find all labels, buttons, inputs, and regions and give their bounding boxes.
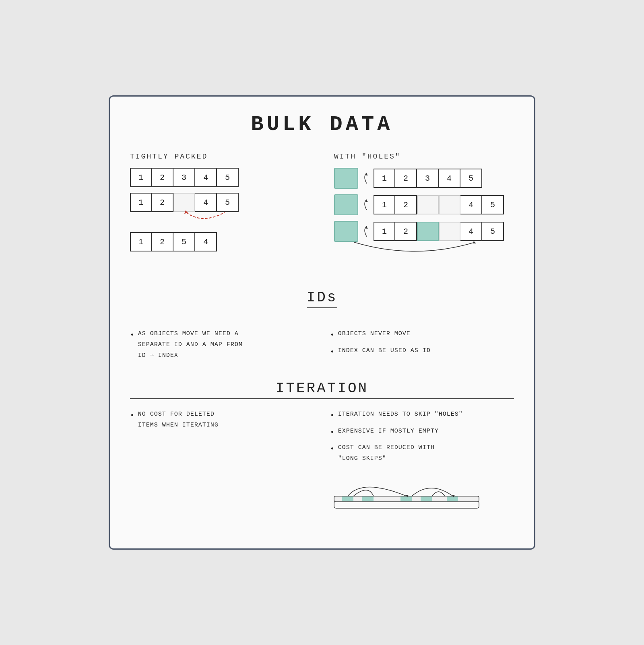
iteration-right-bullets: • ITERATION NEEDS TO SKIP "HOLES" • EXPE… bbox=[330, 409, 514, 516]
bullet-item: • INDEX CAN BE USED AS ID bbox=[330, 345, 514, 359]
cell: 2 bbox=[152, 168, 173, 187]
svg-marker-4 bbox=[473, 241, 476, 243]
tightly-packed-label: TIGHTLY PACKED bbox=[130, 152, 310, 161]
bullet-dot: • bbox=[330, 346, 335, 359]
bullet-dot: • bbox=[330, 443, 335, 455]
cell: 4 bbox=[460, 195, 482, 214]
svg-rect-9 bbox=[400, 497, 412, 501]
tightly-packed-section: TIGHTLY PACKED 1 2 3 4 5 1 2 4 5 bbox=[130, 152, 310, 257]
teal-block bbox=[334, 221, 358, 242]
bullet-item: • OBJECTS NEVER MOVE bbox=[330, 328, 514, 342]
cell: 3 bbox=[173, 168, 195, 187]
cell: 3 bbox=[417, 169, 439, 188]
cell: 1 bbox=[374, 222, 395, 241]
cell: 4 bbox=[439, 169, 460, 188]
cell: 5 bbox=[217, 168, 239, 187]
bullet-text: OBJECTS NEVER MOVE bbox=[338, 328, 411, 339]
cell: 5 bbox=[482, 222, 504, 241]
bullet-text: EXPENSIVE IF MOSTLY EMPTY bbox=[338, 426, 439, 437]
with-holes-section: WITH "HOLES" 1 2 3 4 5 bbox=[334, 152, 514, 257]
bullet-text: INDEX CAN BE USED AS ID bbox=[338, 345, 431, 356]
bullet-text: AS OBJECTS MOVE WE NEED ASEPARATE ID AND… bbox=[138, 328, 243, 361]
curve-arrow-2 bbox=[361, 199, 373, 211]
iteration-section: ITERATION • NO COST FOR DELETEDITEMS WHE… bbox=[130, 380, 514, 516]
curve-arrow-1 bbox=[361, 172, 373, 184]
bullet-text: ITERATION NEEDS TO SKIP "HOLES" bbox=[338, 409, 463, 420]
cell: 4 bbox=[195, 168, 217, 187]
ids-title: IDs bbox=[307, 289, 338, 308]
cell: 2 bbox=[395, 222, 417, 241]
cell: 1 bbox=[130, 232, 152, 251]
bullet-dot: • bbox=[330, 426, 335, 439]
svg-rect-11 bbox=[447, 497, 458, 501]
holes-row-2: 1 2 4 5 bbox=[334, 194, 514, 215]
bullet-item: • AS OBJECTS MOVE WE NEED ASEPARATE ID A… bbox=[130, 328, 314, 361]
cell: 5 bbox=[482, 195, 504, 214]
top-section: TIGHTLY PACKED 1 2 3 4 5 1 2 4 5 bbox=[130, 152, 514, 257]
bullet-item: • COST CAN BE REDUCED WITH"LONG SKIPS" bbox=[330, 442, 514, 464]
with-holes-label: WITH "HOLES" bbox=[334, 152, 514, 161]
ids-two-col: • AS OBJECTS MOVE WE NEED ASEPARATE ID A… bbox=[130, 328, 514, 364]
cell-empty bbox=[173, 193, 195, 212]
main-title: BULK DATA bbox=[130, 113, 514, 136]
cell-empty bbox=[439, 222, 460, 241]
ids-left-bullets: • AS OBJECTS MOVE WE NEED ASEPARATE ID A… bbox=[130, 328, 314, 364]
cell: 5 bbox=[173, 232, 195, 251]
whiteboard: BULK DATA TIGHTLY PACKED 1 2 3 4 5 1 2 4 bbox=[109, 95, 535, 550]
iteration-title: ITERATION bbox=[130, 380, 514, 399]
ids-section: IDs bbox=[130, 289, 514, 316]
cell: 1 bbox=[374, 195, 395, 214]
cell: 5 bbox=[460, 169, 482, 188]
cell: 1 bbox=[130, 168, 152, 187]
cell-teal bbox=[417, 222, 439, 241]
cell: 4 bbox=[195, 193, 217, 212]
cell: 1 bbox=[130, 193, 152, 212]
bullet-text: NO COST FOR DELETEDITEMS WHEN ITERATING bbox=[138, 409, 219, 431]
teal-block bbox=[334, 168, 358, 189]
curve-arrow-3 bbox=[361, 225, 373, 237]
bullet-dot: • bbox=[330, 409, 335, 422]
ids-right-bullets: • OBJECTS NEVER MOVE • INDEX CAN BE USED… bbox=[330, 328, 514, 364]
svg-rect-8 bbox=[362, 497, 374, 501]
cell: 1 bbox=[374, 169, 395, 188]
tp-row-3: 1 2 5 4 bbox=[130, 232, 310, 251]
cell: 2 bbox=[152, 193, 173, 212]
large-curve-arrow bbox=[350, 240, 479, 260]
bullet-dot: • bbox=[130, 409, 135, 422]
red-arrow-svg bbox=[170, 210, 251, 227]
cell: 2 bbox=[395, 195, 417, 214]
cell: 5 bbox=[217, 193, 239, 212]
bullet-item: • ITERATION NEEDS TO SKIP "HOLES" bbox=[330, 409, 514, 422]
teal-block bbox=[334, 194, 358, 215]
cell: 2 bbox=[395, 169, 417, 188]
svg-rect-7 bbox=[342, 497, 353, 501]
bullet-item: • EXPENSIVE IF MOSTLY EMPTY bbox=[330, 426, 514, 439]
tp-row-2: 1 2 4 5 bbox=[130, 193, 310, 212]
iteration-two-col: • NO COST FOR DELETEDITEMS WHEN ITERATIN… bbox=[130, 409, 514, 516]
holes-row-3: 1 2 4 5 bbox=[334, 221, 514, 242]
cell: 4 bbox=[460, 222, 482, 241]
bullet-dot: • bbox=[330, 329, 335, 342]
long-skips-svg bbox=[330, 472, 483, 516]
holes-row-1: 1 2 3 4 5 bbox=[334, 168, 514, 189]
cell: 2 bbox=[152, 232, 173, 251]
iteration-left-bullets: • NO COST FOR DELETEDITEMS WHEN ITERATIN… bbox=[130, 409, 314, 516]
bullet-dot: • bbox=[130, 329, 135, 342]
svg-rect-10 bbox=[421, 497, 432, 501]
tp-row-1: 1 2 3 4 5 bbox=[130, 168, 310, 187]
cell-empty bbox=[439, 195, 460, 214]
bullet-item: • NO COST FOR DELETEDITEMS WHEN ITERATIN… bbox=[130, 409, 314, 431]
cell: 4 bbox=[195, 232, 217, 251]
long-skips-diagram bbox=[330, 472, 514, 516]
cell-empty bbox=[417, 195, 439, 214]
bullet-text: COST CAN BE REDUCED WITH"LONG SKIPS" bbox=[338, 442, 435, 464]
